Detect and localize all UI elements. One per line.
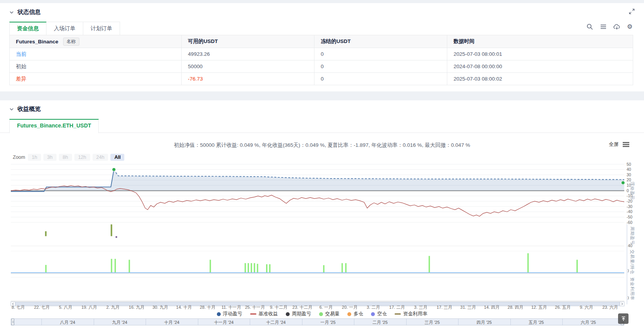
axis-title-capital-usage: 资金利用率 (629, 274, 635, 304)
status-panel: 状态信息 资金信息入场订单计划订单 ⚙ Futures_Binance名 (0, 3, 644, 91)
legend-label: 交易量 (325, 311, 340, 317)
legend-item-浮动盈亏[interactable]: 浮动盈亏 (217, 311, 242, 317)
hamburger-icon[interactable] (623, 142, 629, 147)
navigator-month-label: 十二月 '24 (266, 320, 285, 325)
navigator-month-label: 五月 '25 (529, 320, 544, 325)
legend-item-基准收益[interactable]: 基准收益 (250, 311, 278, 317)
collapse-chevron-icon[interactable] (9, 10, 14, 15)
x-tick-label: 20. 一月 (342, 305, 357, 310)
axis-title-volume-position: 交易量/持仓 (629, 247, 635, 278)
cell: 2024-07-08 00:00:00 (447, 60, 633, 73)
collapse-chevron-icon[interactable] (9, 107, 14, 112)
navigator-gridline (562, 319, 563, 325)
legend-marker (250, 313, 256, 315)
x-tick-label: 12. 五月 (531, 305, 547, 310)
scroll-to-top-button[interactable] (618, 313, 629, 324)
legend-label: 周期盈亏 (292, 311, 311, 317)
zoom-button-12h[interactable]: 12h (74, 154, 90, 161)
volume-bar (248, 263, 249, 272)
navigator-gridline (146, 319, 146, 325)
row-label[interactable]: 差异 (10, 73, 182, 85)
scrollbar-arrow-button (620, 302, 624, 306)
legend-label: 多仓 (354, 311, 363, 317)
fullscreen-button[interactable]: 全屏 (609, 141, 619, 148)
zoom-button-All[interactable]: All (110, 154, 124, 161)
svg-text:50: 50 (627, 163, 631, 167)
zoom-button-3h[interactable]: 3h (43, 154, 57, 161)
x-tick-label: 9. 十二月 (270, 305, 287, 310)
x-tick-label: 16. 九月 (129, 305, 144, 310)
volume-bar (45, 265, 47, 272)
navigator-month-label: 十一月 '24 (214, 320, 234, 325)
volume-bar (254, 263, 255, 272)
tab-资金信息[interactable]: 资金信息 (9, 22, 46, 36)
navigator-handle[interactable] (11, 319, 14, 325)
tab-symbol[interactable]: Futures_Binance.ETH_USDT (9, 119, 99, 133)
profit-panel: 收益概览 Futures_Binance.ETH_USDT 初始净值：50000… (0, 100, 644, 332)
zoom-button-1h[interactable]: 1h (28, 154, 41, 161)
x-tick-label: 23. 十二月 (292, 305, 312, 310)
legend-item-周期盈亏[interactable]: 周期盈亏 (286, 311, 311, 317)
status-panel-title: 状态信息 (17, 9, 41, 16)
x-tick-label: 17. 三月 (436, 305, 452, 310)
tab-入场订单[interactable]: 入场订单 (46, 22, 83, 35)
chart-navigator[interactable]: 八月 '24九月 '24十月 '24十一月 '24十二月 '24一月 '25二月… (11, 318, 624, 325)
zoom-button-8h[interactable]: 8h (59, 154, 72, 161)
profit-chart[interactable]: 50403020100-10-20-30-40-50-60-40008. 七月2… (0, 163, 644, 310)
profit-panel-title: 收益概览 (17, 105, 41, 113)
search-icon[interactable] (586, 23, 593, 30)
cell: -76.73 (182, 73, 314, 85)
svg-text:0: 0 (627, 188, 629, 193)
cell: 49923.26 (182, 48, 314, 60)
x-tick-label: 14. 四月 (484, 305, 500, 310)
svg-text:40: 40 (627, 167, 631, 172)
legend-marker (371, 312, 375, 316)
zoom-button-24h[interactable]: 24h (93, 154, 108, 161)
row-label[interactable]: 当前 (10, 48, 182, 60)
row-label[interactable]: 初始 (10, 60, 182, 73)
expand-icon[interactable] (629, 9, 635, 16)
cell: 2025-07-03 08:00:01 (447, 48, 633, 60)
performance-stats: 初始净值：50000 累计收益: 0.049 %, 年化收益(365天)：0.0… (0, 142, 644, 149)
table-row: 初始5000002024-07-08 00:00:00 (10, 60, 633, 73)
cloud-download-icon[interactable] (613, 23, 620, 30)
funds-table-header-row: Futures_Binance名称 可用的USDT 冻结的USDT 数据时间 (10, 35, 633, 48)
status-tabs: 资金信息入场订单计划订单 (9, 22, 120, 36)
x-tick-label: 30. 九月 (153, 305, 168, 310)
tab-计划订单[interactable]: 计划订单 (83, 22, 120, 35)
event-marker (621, 181, 625, 184)
navigator-month-label: 八月 '24 (60, 320, 75, 325)
zoom-label: Zoom (13, 155, 25, 160)
gear-icon[interactable]: ⚙ (627, 23, 634, 30)
status-panel-header: 状态信息 (9, 9, 41, 16)
legend-label: 空仓 (377, 311, 387, 317)
symbol-tabs: Futures_Binance.ETH_USDT (9, 119, 99, 133)
legend-marker (319, 312, 323, 316)
legend-item-资金利用率[interactable]: 资金利用率 (395, 311, 428, 317)
volume-bar (323, 265, 325, 272)
period-pnl-bar (111, 224, 112, 236)
navigator-gridline (406, 319, 407, 325)
x-tick-label: 8. 七月 (12, 305, 25, 310)
legend-label: 浮动盈亏 (223, 311, 242, 317)
volume-bar (527, 253, 529, 272)
navigator-gridline (198, 319, 198, 325)
legend-label: 基准收益 (259, 311, 278, 317)
legend-item-空仓[interactable]: 空仓 (371, 311, 387, 317)
x-tick-label: 26. 五月 (555, 305, 570, 310)
volume-bar (257, 264, 258, 272)
x-tick-label: 22. 七月 (34, 305, 50, 310)
col-header-time: 数据时间 (447, 35, 633, 48)
panel-resize-track[interactable] (626, 224, 628, 304)
chart-legend: 浮动盈亏基准收益周期盈亏交易量多仓空仓资金利用率 (0, 311, 644, 317)
volume-bar (266, 264, 268, 272)
navigator-month-label: 十月 '24 (164, 320, 179, 325)
navigator-month-label: 九月 '24 (112, 320, 127, 325)
legend-item-交易量[interactable]: 交易量 (319, 311, 340, 317)
menu-icon[interactable] (600, 23, 607, 30)
volume-bar (577, 260, 578, 272)
x-tick-label: 14. 十月 (176, 305, 192, 310)
legend-item-多仓[interactable]: 多仓 (347, 311, 363, 317)
cell: 0 (314, 73, 447, 85)
x-tick-label: 28. 四月 (508, 305, 523, 310)
